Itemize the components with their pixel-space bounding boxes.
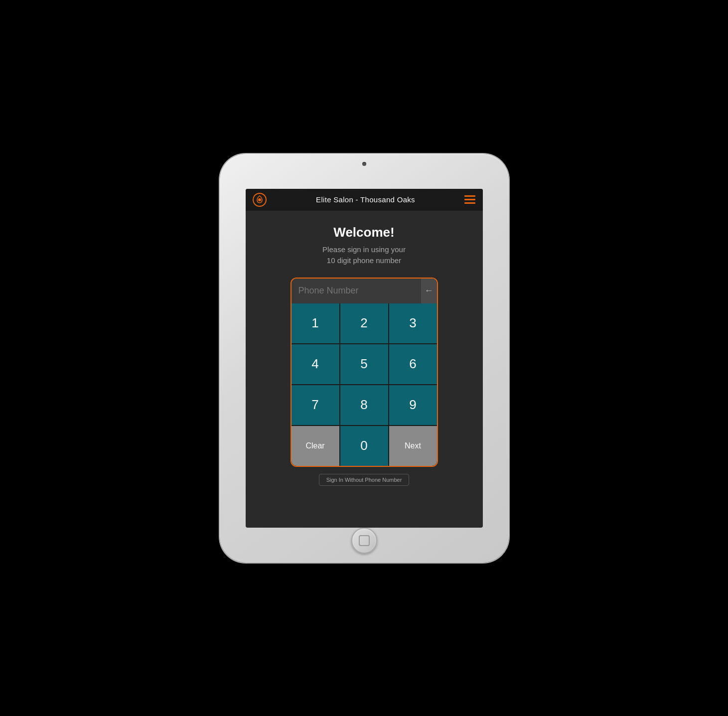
hamburger-line-3: [464, 202, 475, 204]
ipad-screen: Elite Salon - Thousand Oaks Welcome! Ple…: [246, 189, 483, 528]
key-5[interactable]: 5: [340, 344, 388, 384]
key-3[interactable]: 3: [389, 303, 437, 343]
key-1[interactable]: 1: [291, 303, 339, 343]
keypad-container: ← 1 2 3 4 5 6 7 8 9 Clear: [291, 278, 438, 467]
menu-icon[interactable]: [464, 195, 475, 204]
main-content: Welcome! Please sign in using your 10 di…: [246, 211, 483, 528]
svg-point-1: [258, 198, 261, 201]
backspace-button[interactable]: ←: [421, 279, 437, 303]
key-4[interactable]: 4: [291, 344, 339, 384]
welcome-title: Welcome!: [333, 225, 394, 240]
key-6[interactable]: 6: [389, 344, 437, 384]
app-title: Elite Salon - Thousand Oaks: [316, 195, 415, 204]
key-2[interactable]: 2: [340, 303, 388, 343]
numpad-grid: 1 2 3 4 5 6 7 8 9 Clear 0 Next: [291, 303, 437, 466]
clear-button[interactable]: Clear: [291, 426, 339, 466]
phone-input-row: ←: [291, 279, 437, 303]
camera-dot: [362, 162, 366, 166]
hamburger-line-2: [464, 199, 475, 200]
hamburger-line-1: [464, 195, 475, 197]
sign-in-without-phone-button[interactable]: Sign In Without Phone Number: [319, 474, 410, 486]
next-button[interactable]: Next: [389, 426, 437, 466]
welcome-subtitle: Please sign in using your 10 digit phone…: [322, 244, 406, 267]
phone-number-input[interactable]: [291, 286, 421, 296]
key-0[interactable]: 0: [340, 426, 388, 466]
top-bar: Elite Salon - Thousand Oaks: [246, 189, 483, 211]
backspace-icon: ←: [425, 286, 434, 296]
ipad-shell: Elite Salon - Thousand Oaks Welcome! Ple…: [220, 154, 509, 563]
key-7[interactable]: 7: [291, 385, 339, 425]
home-button-inner: [359, 535, 370, 546]
key-8[interactable]: 8: [340, 385, 388, 425]
home-button[interactable]: [351, 528, 377, 554]
key-9[interactable]: 9: [389, 385, 437, 425]
app-logo: [253, 193, 267, 207]
tablet-wrapper: Elite Salon - Thousand Oaks Welcome! Ple…: [195, 134, 534, 582]
